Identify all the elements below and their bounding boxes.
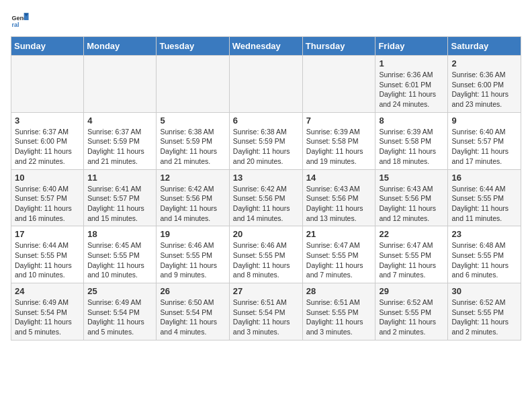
weekday-header: Sunday [11, 37, 84, 56]
calendar-cell: 17Sunrise: 6:44 AM Sunset: 5:55 PM Dayli… [11, 226, 84, 283]
logo: Gene ral [11, 11, 32, 30]
weekday-header: Friday [375, 37, 448, 56]
calendar-cell: 10Sunrise: 6:40 AM Sunset: 5:57 PM Dayli… [11, 169, 84, 226]
calendar-cell [84, 56, 157, 113]
weekday-header: Monday [84, 37, 157, 56]
calendar-cell [11, 56, 84, 113]
weekday-header: Saturday [448, 37, 521, 56]
page-header: Gene ral [11, 11, 521, 30]
day-number: 16 [451, 173, 517, 183]
calendar-cell: 15Sunrise: 6:43 AM Sunset: 5:56 PM Dayli… [375, 169, 448, 226]
day-number: 22 [379, 229, 444, 239]
calendar-cell: 9Sunrise: 6:40 AM Sunset: 5:57 PM Daylig… [448, 112, 521, 169]
calendar-cell: 6Sunrise: 6:38 AM Sunset: 5:59 PM Daylig… [229, 112, 302, 169]
day-number: 25 [87, 286, 152, 296]
day-info: Sunrise: 6:49 AM Sunset: 5:54 PM Dayligh… [15, 298, 80, 337]
day-info: Sunrise: 6:51 AM Sunset: 5:54 PM Dayligh… [233, 298, 299, 337]
day-number: 13 [233, 173, 299, 183]
calendar-cell: 19Sunrise: 6:46 AM Sunset: 5:55 PM Dayli… [157, 226, 229, 283]
day-number: 20 [233, 229, 299, 239]
day-info: Sunrise: 6:47 AM Sunset: 5:55 PM Dayligh… [306, 240, 372, 280]
calendar-cell: 28Sunrise: 6:51 AM Sunset: 5:55 PM Dayli… [302, 283, 375, 340]
day-info: Sunrise: 6:40 AM Sunset: 5:57 PM Dayligh… [15, 184, 80, 224]
calendar-cell: 16Sunrise: 6:44 AM Sunset: 5:55 PM Dayli… [448, 169, 521, 226]
day-info: Sunrise: 6:43 AM Sunset: 5:56 PM Dayligh… [379, 184, 444, 224]
day-number: 23 [451, 229, 517, 239]
day-info: Sunrise: 6:36 AM Sunset: 6:01 PM Dayligh… [379, 70, 444, 109]
day-info: Sunrise: 6:46 AM Sunset: 5:55 PM Dayligh… [160, 240, 225, 280]
day-number: 3 [15, 116, 80, 126]
svg-text:ral: ral [11, 21, 19, 28]
day-number: 24 [15, 286, 80, 296]
weekday-header: Tuesday [157, 37, 229, 56]
calendar-cell [157, 56, 229, 113]
day-number: 29 [379, 286, 444, 296]
day-number: 1 [379, 58, 444, 68]
day-info: Sunrise: 6:46 AM Sunset: 5:55 PM Dayligh… [233, 240, 299, 280]
calendar-cell: 21Sunrise: 6:47 AM Sunset: 5:55 PM Dayli… [302, 226, 375, 283]
day-info: Sunrise: 6:38 AM Sunset: 5:59 PM Dayligh… [160, 127, 225, 167]
calendar-week-row: 17Sunrise: 6:44 AM Sunset: 5:55 PM Dayli… [11, 226, 521, 283]
day-number: 6 [233, 116, 299, 126]
calendar-cell: 4Sunrise: 6:37 AM Sunset: 5:59 PM Daylig… [84, 112, 157, 169]
calendar-cell: 27Sunrise: 6:51 AM Sunset: 5:54 PM Dayli… [229, 283, 302, 340]
day-info: Sunrise: 6:44 AM Sunset: 5:55 PM Dayligh… [451, 184, 517, 224]
day-number: 27 [233, 286, 299, 296]
day-info: Sunrise: 6:41 AM Sunset: 5:57 PM Dayligh… [87, 184, 152, 224]
day-info: Sunrise: 6:39 AM Sunset: 5:58 PM Dayligh… [379, 127, 444, 167]
day-number: 30 [451, 286, 517, 296]
day-info: Sunrise: 6:42 AM Sunset: 5:56 PM Dayligh… [160, 184, 225, 224]
day-info: Sunrise: 6:52 AM Sunset: 5:55 PM Dayligh… [379, 298, 444, 337]
day-info: Sunrise: 6:37 AM Sunset: 5:59 PM Dayligh… [87, 127, 152, 167]
day-info: Sunrise: 6:36 AM Sunset: 6:00 PM Dayligh… [451, 70, 517, 109]
day-number: 19 [160, 229, 225, 239]
calendar-header-row: SundayMondayTuesdayWednesdayThursdayFrid… [11, 37, 521, 56]
calendar-week-row: 10Sunrise: 6:40 AM Sunset: 5:57 PM Dayli… [11, 169, 521, 226]
day-info: Sunrise: 6:48 AM Sunset: 5:55 PM Dayligh… [451, 240, 517, 280]
calendar-cell: 22Sunrise: 6:47 AM Sunset: 5:55 PM Dayli… [375, 226, 448, 283]
day-number: 2 [451, 58, 517, 68]
day-number: 7 [306, 116, 372, 126]
day-number: 15 [379, 173, 444, 183]
calendar-cell: 30Sunrise: 6:52 AM Sunset: 5:55 PM Dayli… [448, 283, 521, 340]
calendar-cell: 8Sunrise: 6:39 AM Sunset: 5:58 PM Daylig… [375, 112, 448, 169]
calendar-cell [229, 56, 302, 113]
day-number: 9 [451, 116, 517, 126]
calendar-cell: 25Sunrise: 6:49 AM Sunset: 5:54 PM Dayli… [84, 283, 157, 340]
calendar-cell: 26Sunrise: 6:50 AM Sunset: 5:54 PM Dayli… [157, 283, 229, 340]
calendar-cell: 24Sunrise: 6:49 AM Sunset: 5:54 PM Dayli… [11, 283, 84, 340]
calendar-cell: 7Sunrise: 6:39 AM Sunset: 5:58 PM Daylig… [302, 112, 375, 169]
calendar-cell: 18Sunrise: 6:45 AM Sunset: 5:55 PM Dayli… [84, 226, 157, 283]
day-info: Sunrise: 6:37 AM Sunset: 6:00 PM Dayligh… [15, 127, 80, 167]
calendar-cell: 14Sunrise: 6:43 AM Sunset: 5:56 PM Dayli… [302, 169, 375, 226]
calendar-cell: 1Sunrise: 6:36 AM Sunset: 6:01 PM Daylig… [375, 56, 448, 113]
day-number: 14 [306, 173, 372, 183]
weekday-header: Thursday [302, 37, 375, 56]
calendar-cell: 23Sunrise: 6:48 AM Sunset: 5:55 PM Dayli… [448, 226, 521, 283]
day-info: Sunrise: 6:44 AM Sunset: 5:55 PM Dayligh… [15, 240, 80, 280]
calendar-week-row: 24Sunrise: 6:49 AM Sunset: 5:54 PM Dayli… [11, 283, 521, 340]
day-info: Sunrise: 6:45 AM Sunset: 5:55 PM Dayligh… [87, 240, 152, 280]
day-number: 8 [379, 116, 444, 126]
day-number: 28 [306, 286, 372, 296]
day-info: Sunrise: 6:43 AM Sunset: 5:56 PM Dayligh… [306, 184, 372, 224]
calendar-cell: 20Sunrise: 6:46 AM Sunset: 5:55 PM Dayli… [229, 226, 302, 283]
day-number: 5 [160, 116, 225, 126]
calendar-cell: 5Sunrise: 6:38 AM Sunset: 5:59 PM Daylig… [157, 112, 229, 169]
day-info: Sunrise: 6:52 AM Sunset: 5:55 PM Dayligh… [451, 298, 517, 337]
day-info: Sunrise: 6:51 AM Sunset: 5:55 PM Dayligh… [306, 298, 372, 337]
calendar-week-row: 1Sunrise: 6:36 AM Sunset: 6:01 PM Daylig… [11, 56, 521, 113]
day-number: 4 [87, 116, 152, 126]
logo-icon: Gene ral [11, 11, 30, 30]
day-number: 26 [160, 286, 225, 296]
day-info: Sunrise: 6:50 AM Sunset: 5:54 PM Dayligh… [160, 298, 225, 337]
day-info: Sunrise: 6:38 AM Sunset: 5:59 PM Dayligh… [233, 127, 299, 167]
calendar-cell: 3Sunrise: 6:37 AM Sunset: 6:00 PM Daylig… [11, 112, 84, 169]
day-info: Sunrise: 6:49 AM Sunset: 5:54 PM Dayligh… [87, 298, 152, 337]
day-info: Sunrise: 6:40 AM Sunset: 5:57 PM Dayligh… [451, 127, 517, 167]
day-number: 12 [160, 173, 225, 183]
calendar-cell: 29Sunrise: 6:52 AM Sunset: 5:55 PM Dayli… [375, 283, 448, 340]
day-number: 10 [15, 173, 80, 183]
calendar-cell: 12Sunrise: 6:42 AM Sunset: 5:56 PM Dayli… [157, 169, 229, 226]
day-info: Sunrise: 6:47 AM Sunset: 5:55 PM Dayligh… [379, 240, 444, 280]
